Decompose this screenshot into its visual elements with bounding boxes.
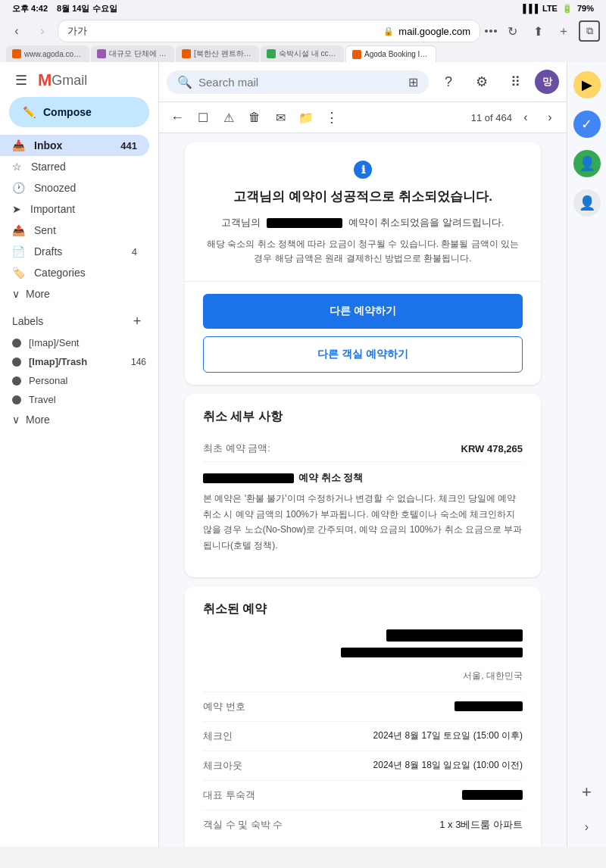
nav-drafts[interactable]: 📄 Drafts 4	[0, 241, 149, 262]
tab2-favicon	[97, 49, 106, 58]
label-personal-text: Personal	[29, 375, 67, 386]
nav-inbox[interactable]: 📥 Inbox 441	[0, 135, 149, 156]
tab-1[interactable]: www.agoda.com/k...	[6, 45, 89, 62]
compose-button[interactable]: ✏️ Compose	[9, 97, 149, 127]
detail-label-2: 체크아웃	[203, 759, 242, 773]
nav-sent[interactable]: 📤 Sent	[0, 220, 149, 241]
label-imap-sent[interactable]: [Imap]/Sent	[0, 333, 158, 352]
more-actions-button[interactable]: ⋮	[320, 105, 344, 130]
tabs-button[interactable]: ⧉	[579, 20, 600, 42]
booking-detail-row-2: 체크아웃 2024년 8월 18일 일요일 (10:00 이전)	[203, 751, 523, 780]
detail-value-1: 2024년 8월 17일 토요일 (15:00 이후)	[373, 729, 523, 742]
policy-name-row: 예약 취소 정책	[203, 471, 523, 485]
hotel-name-redact-1	[386, 629, 523, 642]
detail-label-3: 대표 투숙객	[203, 788, 255, 802]
apps-button[interactable]: ⠿	[501, 68, 529, 95]
tab-2[interactable]: 대규모 단체에 적합한...	[91, 45, 174, 62]
right-panel-tasks-button[interactable]: ✓	[573, 111, 601, 138]
status-bar-right: ▐▐▐ LTE 🔋 79%	[520, 4, 594, 14]
tab-5[interactable]: Agoda Booking ID...	[345, 45, 436, 62]
label-dot-imap-sent	[12, 339, 21, 348]
tab5-favicon	[352, 50, 361, 59]
search-bar[interactable]: 🔍 ⊞	[167, 70, 429, 94]
gmail-logo: M Gmail	[38, 70, 87, 90]
nav-snoozed[interactable]: 🕐 Snoozed	[0, 177, 149, 198]
spam-button[interactable]: ⚠	[217, 105, 241, 130]
policy-name-redact	[203, 473, 294, 483]
label-imap-trash-text: [Imap]/Trash	[29, 356, 87, 367]
labels-header: Labels +	[0, 304, 158, 333]
tab5-label: Agoda Booking ID...	[364, 50, 430, 58]
lock-icon: 🔒	[383, 27, 394, 36]
archive-button[interactable]: ☐	[191, 105, 215, 130]
signal-icon: ▐▐▐	[520, 4, 538, 13]
label-dot-personal	[12, 376, 21, 386]
search-input[interactable]	[198, 76, 402, 89]
booking-detail-row-1: 체크인 2024년 8월 17일 토요일 (15:00 이후)	[203, 721, 523, 751]
refresh-button[interactable]: ↻	[501, 20, 523, 42]
label-travel[interactable]: Travel	[0, 390, 158, 409]
detail-label-0: 예약 번호	[203, 700, 245, 713]
hamburger-menu[interactable]: ☰	[11, 70, 32, 91]
redacted-name	[267, 218, 342, 228]
make-room-booking-button[interactable]: 다른 객실 예약하기	[203, 336, 523, 373]
search-filter-icon[interactable]: ⊞	[408, 75, 418, 89]
right-panel-meet-button[interactable]: ▶	[573, 71, 601, 98]
page-nav-text: 11 of 464	[471, 112, 512, 123]
labels-title: Labels	[12, 315, 43, 327]
inbox-label: Inbox	[34, 139, 62, 151]
drafts-icon: 📄	[12, 245, 25, 258]
more-toggle-1[interactable]: ∨ More	[0, 283, 158, 304]
delete-button[interactable]: 🗑	[242, 105, 267, 130]
back-button[interactable]: ‹	[6, 20, 27, 42]
label-personal[interactable]: Personal	[0, 371, 158, 390]
detail-label-1: 체크인	[203, 729, 233, 743]
right-panel-contacts-button[interactable]: 👤	[573, 150, 601, 177]
more-label-2: More	[26, 414, 50, 426]
more-toggle-2[interactable]: ∨ More	[0, 409, 158, 430]
right-panel: ▶ ✓ 👤 👤 + ›	[567, 62, 606, 847]
cancel-title: 고객님의 예약이 성공적으로 취소되었습니다.	[203, 188, 523, 205]
battery-icon: 🔋	[562, 4, 573, 14]
cancel-sub-text: 고객님의 예약이 취소되었음을 알려드립니다.	[203, 216, 523, 229]
detail-value-redact-3	[462, 790, 523, 800]
url-domain: mail.google.com	[398, 26, 470, 37]
prev-page-button[interactable]: ‹	[515, 107, 536, 128]
tab-4[interactable]: 숙박시설 내 cctv 설치...	[261, 45, 344, 62]
tab3-favicon	[182, 49, 191, 58]
nav-starred[interactable]: ☆ Starred	[0, 156, 149, 177]
right-panel-add-button[interactable]: +	[575, 780, 599, 804]
help-button[interactable]: ?	[435, 68, 462, 95]
next-page-button[interactable]: ›	[539, 107, 561, 128]
url-bar[interactable]: 가가 🔒 mail.google.com	[58, 20, 480, 42]
chevron-down-icon-1: ∨	[12, 288, 20, 300]
forward-button[interactable]: ›	[32, 20, 53, 42]
nav-categories[interactable]: 🏷️ Categories	[0, 262, 149, 283]
back-to-list-button[interactable]: ←	[165, 105, 189, 130]
detail-value-redact-0	[454, 701, 523, 711]
sidebar: ☰ M Gmail ✏️ Compose 📥 Inbox 441 ☆ Starr…	[0, 62, 159, 847]
important-icon: ➤	[12, 203, 21, 215]
label-imap-trash[interactable]: [Imap]/Trash 146	[0, 352, 158, 371]
location-text: 서울, 대한민국	[203, 670, 523, 682]
label-travel-text: Travel	[29, 394, 56, 405]
mark-unread-button[interactable]: ✉	[268, 105, 292, 130]
avatar-button[interactable]: 망	[535, 70, 559, 94]
gmail-header: ☰ M Gmail	[0, 62, 158, 97]
compose-icon: ✏️	[23, 106, 36, 118]
nav-important[interactable]: ➤ Important	[0, 198, 149, 220]
search-icon: 🔍	[177, 75, 192, 89]
tab-3[interactable]: [북한산 펜트하우스]바...	[176, 45, 259, 62]
right-panel-expand-button[interactable]: ›	[576, 816, 598, 838]
snooze-button[interactable]: 📁	[294, 105, 318, 130]
right-panel-person-button[interactable]: 👤	[573, 189, 601, 217]
add-label-button[interactable]: +	[128, 312, 146, 330]
tab1-label: www.agoda.com/k...	[24, 50, 83, 58]
search-toolbar: 🔍 ⊞ ? ⚙ ⠿ 망	[159, 62, 567, 102]
new-tab-button[interactable]: ＋	[553, 20, 574, 42]
make-booking-button[interactable]: 다른 예약하기	[203, 294, 523, 329]
share-button[interactable]: ⬆	[527, 20, 548, 42]
status-bar-left: 오후 4:42 8월 14일 수요일	[12, 3, 117, 14]
cancellation-card: ℹ 고객님의 예약이 성공적으로 취소되었습니다. 고객님의 예약이 취소되었음…	[185, 142, 541, 385]
settings-button[interactable]: ⚙	[468, 68, 495, 95]
